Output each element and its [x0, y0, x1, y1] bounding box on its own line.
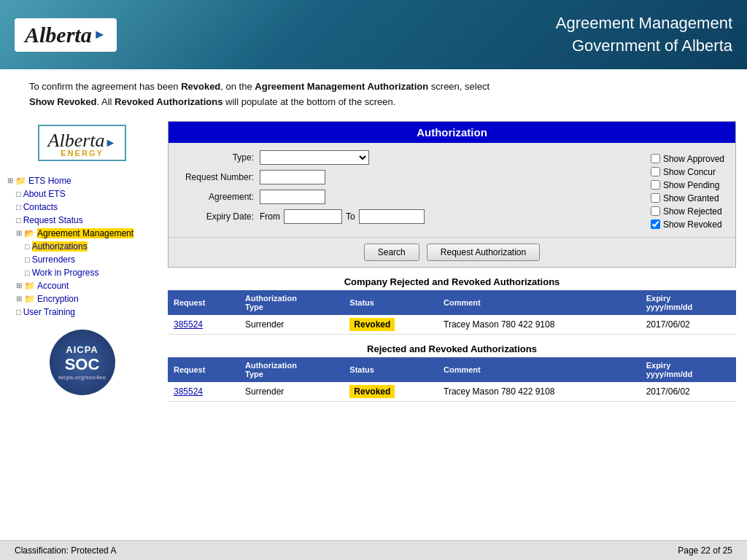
- sidebar-label-request-status: Request Status: [23, 215, 83, 225]
- show-revoked-label: Show Revoked: [663, 219, 722, 230]
- sidebar-logo: Alberta► ENERGY: [7, 125, 157, 167]
- sidebar-label-work-in-progress: Work in Progress: [32, 268, 99, 278]
- doc-icon: □: [16, 203, 21, 211]
- table2-cell-request: 385524: [168, 382, 239, 402]
- type-row: Type:: [179, 150, 636, 165]
- table1-col-status: Status: [344, 290, 438, 315]
- table1-section: Company Rejected and Revoked Authorizati…: [168, 276, 736, 335]
- checkbox-show-concur: Show Concur: [651, 167, 724, 177]
- request-number-input[interactable]: [260, 170, 325, 184]
- table1-col-expiry: Expiryyyyy/mm/dd: [640, 290, 736, 315]
- sidebar-item-authorizations[interactable]: □ Authorizations: [7, 240, 157, 253]
- sidebar-label-user-training: User Training: [23, 307, 75, 317]
- table2-col-auth-type: AuthorizationType: [239, 357, 344, 382]
- table1-cell-comment: Tracey Mason 780 422 9108: [438, 315, 640, 335]
- checkbox-show-approved: Show Approved: [651, 154, 724, 164]
- show-approved-checkbox[interactable]: [651, 154, 660, 163]
- sidebar-item-ets-home[interactable]: ⊞ 📁 ETS Home: [7, 174, 157, 187]
- table1-cell-auth-type: Surrender: [239, 315, 344, 335]
- type-label: Type:: [179, 152, 260, 163]
- table2-cell-comment: Tracey Mason 780 422 9108: [438, 382, 640, 402]
- folder-icon: 📁: [24, 281, 35, 291]
- sidebar-item-about-ets[interactable]: □ About ETS: [7, 187, 157, 201]
- table1-header-row: Request AuthorizationType Status Comment…: [168, 290, 736, 315]
- show-rejected-checkbox[interactable]: [651, 206, 660, 216]
- tree-expand-icon: ⊞: [7, 176, 13, 184]
- to-label: To: [346, 211, 355, 222]
- sidebar-label-ets-home: ETS Home: [28, 176, 71, 186]
- show-pending-checkbox[interactable]: [651, 180, 660, 190]
- checkbox-show-pending: Show Pending: [651, 180, 724, 190]
- sidebar-label-contacts: Contacts: [23, 202, 58, 212]
- table2-col-comment: Comment: [438, 357, 640, 382]
- header-title: Agreement Management Government of Alber…: [556, 12, 732, 58]
- table2: Request AuthorizationType Status Comment…: [168, 357, 736, 402]
- table1-cell-expiry: 2017/06/02: [640, 315, 736, 335]
- doc-icon: □: [25, 268, 30, 277]
- authorization-panel: Authorization Type: Request Number: Agre…: [168, 121, 736, 268]
- status-badge: Revoked: [349, 385, 395, 398]
- aicpa-sub-label: aicpa.org/soc4so: [58, 374, 106, 381]
- tree-expand-icon: ⊞: [16, 281, 22, 289]
- request-authorization-button[interactable]: Request Authorization: [427, 244, 540, 261]
- folder-icon: 📁: [24, 294, 35, 304]
- table2-col-request: Request: [168, 357, 239, 382]
- sidebar-item-request-status[interactable]: □ Request Status: [7, 214, 157, 227]
- table-row: 385524 Surrender Revoked Tracey Mason 78…: [168, 315, 736, 335]
- show-revoked-checkbox[interactable]: [651, 219, 660, 229]
- expiry-to-input[interactable]: [359, 209, 425, 224]
- sidebar-item-surrenders[interactable]: □ Surrenders: [7, 253, 157, 266]
- sidebar-item-encryption[interactable]: ⊞ 📁 Encryption: [7, 292, 157, 306]
- doc-icon: □: [16, 216, 21, 225]
- tree-expand-icon: ⊞: [16, 229, 22, 237]
- sidebar-item-user-training[interactable]: □ User Training: [7, 306, 157, 319]
- table1: Request AuthorizationType Status Comment…: [168, 290, 736, 335]
- request-link[interactable]: 385524: [174, 319, 203, 330]
- doc-icon: □: [25, 242, 30, 251]
- folder-icon: 📁: [15, 176, 26, 186]
- page-number: Page 22 of 25: [678, 545, 732, 556]
- show-granted-checkbox[interactable]: [651, 193, 660, 203]
- classification-label: Classification: Protected A: [15, 545, 116, 556]
- aicpa-label: AICPA: [66, 344, 98, 355]
- table1-cell-request: 385524: [168, 315, 239, 335]
- expiry-label: Expiry Date:: [179, 211, 260, 222]
- table2-section: Rejected and Revoked Authorizations Requ…: [168, 343, 736, 402]
- show-approved-label: Show Approved: [663, 154, 724, 164]
- table2-cell-expiry: 2017/06/02: [640, 382, 736, 402]
- table1-col-auth-type: AuthorizationType: [239, 290, 344, 315]
- doc-icon: □: [16, 190, 21, 198]
- sidebar-label-encryption: Encryption: [37, 294, 79, 304]
- status-badge: Revoked: [349, 318, 395, 331]
- sidebar-label-account: Account: [37, 281, 69, 291]
- soc-label: SOC: [65, 355, 100, 374]
- sidebar-item-agreement-management[interactable]: ⊞ 📂 Agreement Management: [7, 227, 157, 240]
- table2-col-expiry: Expiryyyyy/mm/dd: [640, 357, 736, 382]
- search-button[interactable]: Search: [364, 244, 419, 261]
- content-area: Authorization Type: Request Number: Agre…: [157, 117, 747, 414]
- table2-header-row: Request AuthorizationType Status Comment…: [168, 357, 736, 382]
- show-rejected-label: Show Rejected: [663, 206, 722, 217]
- intro-text: To confirm the agreement has been Revoke…: [0, 69, 747, 117]
- authorization-body: Type: Request Number: Agreement: Expiry …: [169, 143, 735, 237]
- authorization-header: Authorization: [169, 122, 735, 143]
- sidebar-item-work-in-progress[interactable]: □ Work in Progress: [7, 266, 157, 279]
- from-label: From: [260, 211, 280, 222]
- table2-col-status: Status: [344, 357, 438, 382]
- expiry-from-input[interactable]: [284, 209, 342, 224]
- table1-col-comment: Comment: [438, 290, 640, 315]
- logo-text: Alberta: [25, 23, 92, 47]
- table1-cell-status: Revoked: [344, 315, 438, 335]
- request-link[interactable]: 385524: [174, 386, 203, 397]
- doc-icon: □: [16, 308, 21, 316]
- agreement-input[interactable]: [260, 190, 325, 204]
- sidebar-item-account[interactable]: ⊞ 📁 Account: [7, 279, 157, 292]
- page-footer: Classification: Protected A Page 22 of 2…: [0, 540, 747, 560]
- type-select[interactable]: [260, 150, 369, 165]
- show-concur-checkbox[interactable]: [651, 167, 660, 176]
- doc-icon: □: [25, 255, 30, 264]
- table1-title: Company Rejected and Revoked Authorizati…: [168, 276, 736, 287]
- sidebar-item-contacts[interactable]: □ Contacts: [7, 201, 157, 214]
- checkboxes-list: Show Approved Show Concur Show Pending: [651, 150, 724, 230]
- authorization-buttons: Search Request Authorization: [169, 237, 735, 267]
